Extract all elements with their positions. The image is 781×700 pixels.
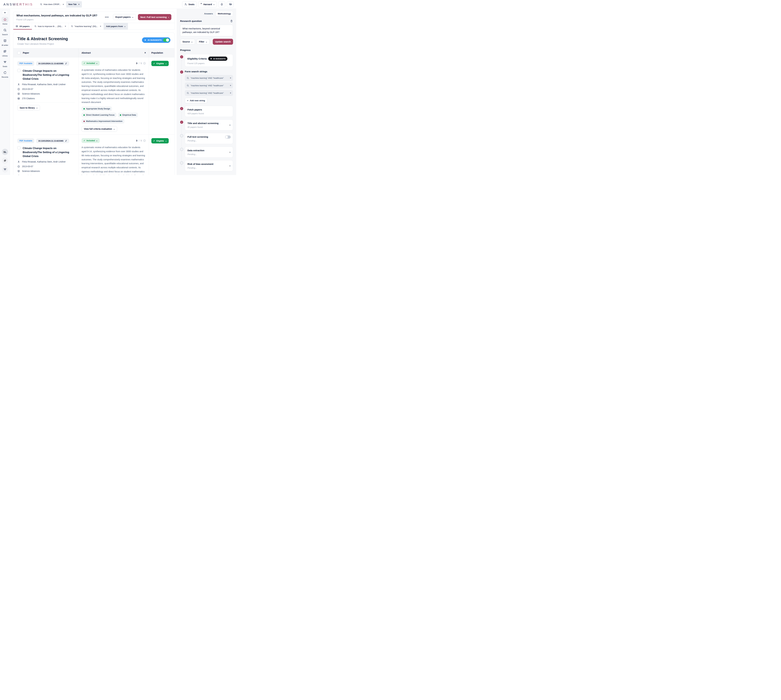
- remove-string-icon[interactable]: ×: [230, 84, 231, 87]
- search-string-row[interactable]: "machine learning" AND "healthcare" ×: [185, 75, 233, 81]
- research-question-input[interactable]: What mechanisms, beyond canonical pathwa…: [180, 25, 233, 36]
- chevron-right-icon[interactable]: ›: [230, 123, 230, 127]
- eligible-dropdown[interactable]: ✓ Eligible ⌄: [152, 138, 169, 143]
- sidebar-item-home[interactable]: Home: [2, 17, 8, 25]
- org-switcher-button[interactable]: ” Harvard ⌄: [198, 1, 217, 8]
- tab-methodology[interactable]: Methodology: [216, 11, 233, 17]
- user-avatar[interactable]: SL: [2, 149, 8, 155]
- step-card[interactable]: Risk of bias assesment Pending... ›: [185, 160, 233, 171]
- row-checkbox[interactable]: [17, 69, 20, 72]
- check-icon: ✓: [83, 139, 85, 142]
- eligible-dropdown[interactable]: ✓ Eligible ⌄: [152, 61, 169, 66]
- export-papers-button[interactable]: Export papers ⌄: [113, 14, 136, 20]
- paper-authors: Fitria Rinawati, Katharina Stein, Andr L…: [22, 160, 66, 163]
- sidebar-label-recents: Recents: [2, 76, 8, 78]
- sidebar-item-search[interactable]: Search: [2, 28, 8, 35]
- search-string-row[interactable]: "machine learning" AND "healthcare" ×: [185, 90, 233, 96]
- sidebar-expand-button[interactable]: ≫: [2, 10, 8, 15]
- included-dropdown[interactable]: ✓ Included ⌄: [82, 61, 100, 66]
- query-tab[interactable]: How does CRISP... ×: [38, 1, 66, 8]
- sidebar-item-ai-writer[interactable]: AI writer: [2, 38, 8, 46]
- citations-icon: [17, 97, 20, 100]
- close-icon[interactable]: ×: [65, 25, 66, 28]
- paper-journal: Science Advances: [22, 92, 40, 95]
- paper-date: 2013-03-07: [22, 88, 33, 90]
- step-full-text-screening: ✓ Full text screening Pending...: [185, 133, 233, 144]
- ai-suggests-switch[interactable]: [163, 38, 169, 42]
- included-label: Included: [87, 139, 95, 142]
- select-all-checkbox[interactable]: [17, 51, 20, 54]
- add-new-string-label: Add new string: [190, 99, 205, 102]
- close-tab-icon[interactable]: ×: [63, 3, 64, 6]
- community-button[interactable]: [2, 166, 8, 172]
- seats-button[interactable]: Seats: [182, 1, 196, 8]
- chevron-right-icon[interactable]: ›: [230, 151, 230, 154]
- tab-search-2[interactable]: "machine learning" (50)... ×: [68, 23, 104, 30]
- tab-answers[interactable]: Answers: [202, 11, 215, 16]
- save-to-library-button[interactable]: Save to library ⌄: [17, 105, 40, 111]
- step-title: Risk of bias assesment: [187, 163, 213, 165]
- pdf-available-chip[interactable]: PDF Available: [17, 138, 34, 143]
- doi-chip[interactable]: 10.1101/2024.11.13.623365: [36, 61, 69, 66]
- search-icon: [187, 84, 189, 87]
- doi-chip[interactable]: 10.1101/2024.11.13.623365: [36, 138, 69, 143]
- research-question-title: Research question: [180, 20, 202, 22]
- sidebar-item-recents[interactable]: Recents: [2, 70, 8, 78]
- remove-string-icon[interactable]: ×: [230, 77, 231, 79]
- remove-string-icon[interactable]: ×: [230, 92, 231, 94]
- column-population: Population: [152, 52, 163, 54]
- step-title: Form search strings: [185, 69, 233, 73]
- academy-button[interactable]: [227, 1, 234, 8]
- sidebar-item-library[interactable]: Library: [2, 49, 8, 57]
- search-string-row[interactable]: "machine learning" AND "healthcare" ×: [185, 82, 233, 88]
- new-tab-button[interactable]: New Tab +: [66, 1, 82, 8]
- step-subtext: Found 125 papers: [187, 62, 231, 65]
- source-dropdown[interactable]: Source ⌄: [180, 39, 195, 45]
- quote-icon: ”: [200, 3, 202, 6]
- sidebar-item-seats[interactable]: Seats: [2, 59, 8, 67]
- link-icon: [65, 62, 67, 65]
- notifications-button[interactable]: [218, 1, 225, 8]
- tab-all-papers[interactable]: All papers: [13, 23, 32, 30]
- add-papers-from-button[interactable]: Add papers from ⌄: [104, 23, 128, 30]
- column-abstract: Abstract: [82, 52, 91, 54]
- theme-button[interactable]: [2, 158, 8, 164]
- paper-title[interactable]: Climate Change Impacts on BiodiversityTh…: [23, 69, 75, 81]
- books-icon: [3, 50, 7, 53]
- stack-icon: [16, 25, 18, 28]
- ai-suggests-toggle[interactable]: ✦ AI SUGGESTS: [142, 37, 170, 43]
- step-card[interactable]: Full text screening Pending...: [185, 133, 233, 144]
- info-icon[interactable]: [143, 139, 146, 142]
- view-criteria-button[interactable]: View full criteria evaluation ⌄: [82, 126, 117, 132]
- ai-suggests-badge[interactable]: ✦ AI SUGGESTS: [208, 57, 227, 61]
- filter-dropdown[interactable]: Filter ⌄: [196, 39, 210, 45]
- chevron-down-icon: ⌄: [124, 25, 126, 27]
- chevron-right-icon: ›: [168, 16, 169, 18]
- paper-authors: Fitria Rinawati, Katharina Stein, Andr L…: [22, 83, 66, 86]
- add-new-string-button[interactable]: + Add new string: [185, 98, 207, 103]
- step-card[interactable]: Eligibility Criteria ✦ AI SUGGESTS Found…: [185, 54, 233, 67]
- full-text-screening-switch[interactable]: [225, 135, 231, 138]
- step-subtext: Pending...: [187, 153, 231, 155]
- step-card[interactable]: Data extraction Pending... ›: [185, 147, 233, 158]
- step-card[interactable]: Fetch papers 420 papers found: [185, 106, 233, 117]
- info-icon[interactable]: [143, 62, 146, 65]
- update-search-button[interactable]: Update search: [213, 39, 233, 45]
- score-total: 5: [141, 62, 142, 65]
- included-dropdown[interactable]: ✓ Included ⌄: [82, 138, 100, 143]
- step-card[interactable]: Title and abstract screening 40 papers f…: [185, 119, 233, 130]
- close-icon[interactable]: ×: [100, 25, 101, 28]
- tab-search-1[interactable]: how to improve th ... (50)... ×: [32, 23, 68, 30]
- close-abstract-column-icon[interactable]: ×: [145, 52, 146, 54]
- step-done-icon: ✓: [180, 121, 183, 124]
- trash-icon[interactable]: [230, 20, 233, 23]
- seats-label: Seats: [188, 3, 195, 6]
- home-icon: [3, 18, 7, 21]
- row-checkbox[interactable]: [17, 146, 20, 149]
- pdf-available-chip[interactable]: PDF Available: [17, 61, 34, 66]
- paper-title[interactable]: Climate Change Impacts on BiodiversityTh…: [23, 146, 75, 158]
- criteria-tag: Empirical Data: [118, 113, 138, 117]
- chevron-right-icon[interactable]: ›: [230, 164, 230, 167]
- next-full-text-screening-button[interactable]: Next: Full text screening ›: [138, 14, 172, 20]
- more-options-icon[interactable]: •••: [105, 16, 109, 19]
